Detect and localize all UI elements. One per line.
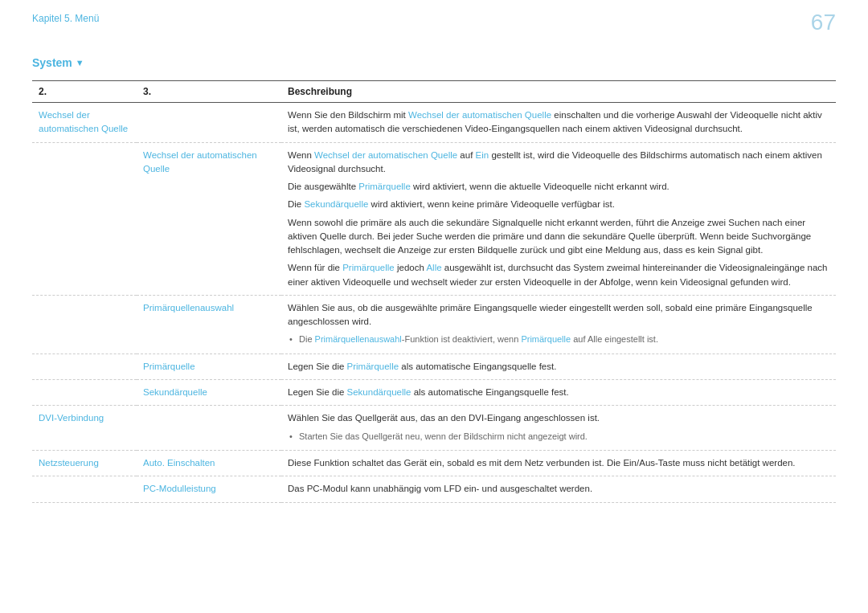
bullet-list: Die Primärquellenauswahl-Funktion ist de… [288,333,829,346]
link-sekundaer: Sekundärquelle [304,199,368,209]
col1-cell: Netzsteuerung [32,451,137,476]
col2-cell: Wechsel der automatischen Quelle [137,142,281,295]
link-netzsteuerung: Netzsteuerung [39,458,99,468]
col2-cell: Auto. Einschalten [137,451,281,476]
description-text: Wählen Sie aus, ob die ausgewählte primä… [288,301,829,329]
link-dvi: DVI-Verbindung [39,413,104,423]
breadcrumb: Kapitel 5. Menü [32,13,99,24]
bullet-item: Die Primärquellenauswahl-Funktion ist de… [288,333,829,346]
link-primaerquelle: Primärquelle [143,362,195,371]
table-row: Primärquellenauswahl Wählen Sie aus, ob … [32,295,836,353]
col2-cell: Sekundärquelle [137,380,281,406]
col2-cell: Primärquelle [137,353,281,379]
col3-cell: Diese Funktion schaltet das Gerät ein, s… [281,451,836,476]
col2-cell: PC-Modulleistung [137,476,281,502]
description-text: Legen Sie die Sekundärquelle als automat… [288,386,829,399]
page-header: Kapitel 5. Menü 67 [0,0,868,34]
section-title: System ▼ [32,56,836,69]
col1-cell [32,380,137,406]
bullet-list: Starten Sie das Quellgerät neu, wenn der… [288,430,829,443]
link-inline: Primärquelle [347,362,399,371]
col1-header: 2. [32,81,137,103]
table-row: Wechsel der automatischen Quelle Wenn Si… [32,103,836,143]
link-sekundaerquelle: Sekundärquelle [143,387,207,397]
description-text: Wenn Sie den Bildschirm mit Wechsel der … [288,108,829,137]
col1-cell [32,353,137,379]
link-pc-modul: PC-Modulleistung [143,484,216,493]
link-inline: Wechsel der automatischen Quelle [408,110,551,120]
link-inline: Sekundärquelle [347,387,411,397]
link-ein: Ein [476,150,489,160]
description-text: Wenn sowohl die primäre als auch die sek… [288,216,829,258]
link-inline: Wechsel der automatischen Quelle [314,150,457,160]
page-number: 67 [811,11,836,34]
table-row: Wechsel der automatischen Quelle Wenn We… [32,142,836,295]
col1-cell [32,476,137,502]
description-text: Die ausgewählte Primärquelle wird aktivi… [288,180,829,194]
doc-table: 2. 3. Beschreibung Wechsel der automatis… [32,80,836,503]
section-title-text: System [32,56,72,69]
link-auto-einschalten: Auto. Einschalten [143,458,215,468]
col1-cell: Wechsel der automatischen Quelle [32,103,137,143]
col3-cell: Das PC-Modul kann unabhängig vom LFD ein… [281,476,836,502]
link-primaerquellenauswahl: Primärquellenauswahl [143,303,234,313]
link-primaer: Primärquelle [358,182,411,191]
col3-cell: Legen Sie die Sekundärquelle als automat… [281,380,836,406]
col3-header: Beschreibung [281,81,836,103]
col1-cell [32,142,137,295]
table-row: DVI-Verbindung Wählen Sie das Quellgerät… [32,406,836,451]
description-text: Die Sekundärquelle wird aktiviert, wenn … [288,198,829,211]
col1-cell [32,295,137,353]
col1-cell: DVI-Verbindung [32,406,137,451]
link-wechsel-auto-2: Wechsel der automatischen Quelle [143,150,257,174]
section-arrow-icon: ▼ [76,58,84,67]
table-row: Sekundärquelle Legen Sie die Sekundärque… [32,380,836,406]
col2-cell [137,406,281,451]
description-text: Legen Sie die Primärquelle als automatis… [288,360,829,374]
col2-cell [137,103,281,143]
link-wechsel-auto: Wechsel der automatischen Quelle [39,110,128,133]
link-primaer2: Primärquelle [342,263,395,272]
link-inline: Primärquellenauswahl [315,334,402,344]
table-row: Primärquelle Legen Sie die Primärquelle … [32,353,836,379]
col2-cell: Primärquellenauswahl [137,295,281,353]
table-row: Netzsteuerung Auto. Einschalten Diese Fu… [32,451,836,476]
col3-cell: Wählen Sie das Quellgerät aus, das an de… [281,406,836,451]
description-text: Wählen Sie das Quellgerät aus, das an de… [288,411,829,425]
col3-cell: Wählen Sie aus, ob die ausgewählte primä… [281,295,836,353]
link-inline2: Primärquelle [521,334,571,344]
description-text: Diese Funktion schaltet das Gerät ein, s… [288,456,829,470]
col3-cell: Legen Sie die Primärquelle als automatis… [281,353,836,379]
description-text: Wenn Wechsel der automatischen Quelle au… [288,149,829,177]
bullet-item: Starten Sie das Quellgerät neu, wenn der… [288,430,829,443]
col3-cell: Wenn Sie den Bildschirm mit Wechsel der … [281,103,836,143]
description-text: Wenn für die Primärquelle jedoch Alle au… [288,261,829,289]
table-row: PC-Modulleistung Das PC-Modul kann unabh… [32,476,836,502]
description-text: Das PC-Modul kann unabhängig vom LFD ein… [288,482,829,496]
main-content: System ▼ 2. 3. Beschreibung Wechsel der … [0,34,868,519]
col2-header: 3. [137,81,281,103]
col3-cell: Wenn Wechsel der automatischen Quelle au… [281,142,836,295]
link-alle: Alle [426,263,441,272]
